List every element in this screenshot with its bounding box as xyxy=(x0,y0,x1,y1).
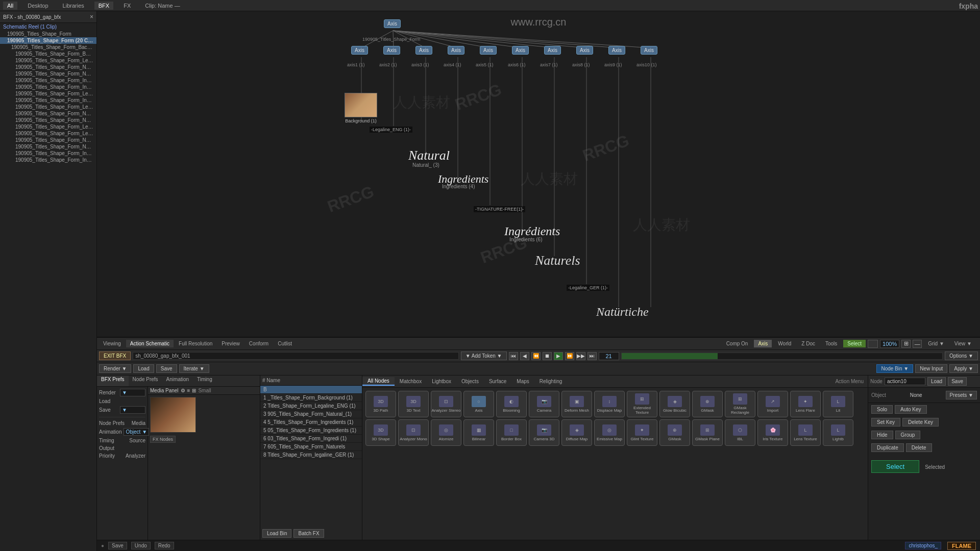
grid-btn[interactable]: Grid ▼ xyxy=(924,340,948,347)
bin-bilinear[interactable]: ▦ Bilinear xyxy=(463,419,494,446)
tree-item-10[interactable]: 190905_Titles_Shape_Form_Natur xyxy=(0,110,96,117)
render-button[interactable]: Render ▼ xyxy=(99,364,131,373)
axis-node-8[interactable]: Axis xyxy=(576,46,593,55)
player-next-frame[interactable]: ▶▶ xyxy=(576,352,585,360)
axis-node-10[interactable]: Axis xyxy=(641,46,657,55)
tree-item-9[interactable]: 190905_Titles_Shape_Form_Legali xyxy=(0,104,96,110)
bin-tab-maps[interactable]: Maps xyxy=(511,378,534,385)
save-button[interactable]: Save xyxy=(156,364,177,373)
view-square[interactable] xyxy=(868,340,878,348)
bin-deform-mesh[interactable]: ▣ Deform Mesh xyxy=(561,391,592,417)
load-button[interactable]: Load xyxy=(133,364,154,373)
player-prev[interactable]: ⏪ xyxy=(531,352,541,360)
bin-gmask-rectangle[interactable]: ⊞ GMask Rectangle xyxy=(725,391,755,417)
bin-analyzer-mono[interactable]: ⊡ Analyzer Mono xyxy=(398,419,429,446)
fr-load-btn[interactable]: Load xyxy=(927,377,946,386)
tab-action-schematic[interactable]: Action Schematic xyxy=(126,340,174,347)
tree-item-13[interactable]: 190905_Titles_Shape_Form_Legali xyxy=(0,130,96,137)
bin-import[interactable]: ↗ Import xyxy=(757,391,788,417)
delete-btn[interactable]: Delete xyxy=(906,443,932,452)
bin-tab-matchbox[interactable]: Matchbox xyxy=(395,378,427,385)
bin-ibl[interactable]: ⬡ IBL xyxy=(725,419,755,446)
iterate-button[interactable]: Iterate ▼ xyxy=(179,364,209,373)
node-list-item-5[interactable]: 5 05_Titles_Shape_Form_Ingredients (1) xyxy=(260,427,362,435)
node-list-item-7[interactable]: 7 605_Titles_Shape_Form_Naturels xyxy=(260,443,362,451)
tree-item-16[interactable]: 190905_Titles_Shape_Form_Inhalt xyxy=(0,150,96,157)
bin-lightb[interactable]: L Lightb xyxy=(823,419,853,446)
bin-lens-flare[interactable]: ✦ Lens Flare xyxy=(790,391,821,417)
save-status-btn[interactable]: Save xyxy=(108,542,127,549)
bin-blooming[interactable]: ◐ Blooming xyxy=(496,391,527,417)
node-canvas[interactable]: www.rrcg.cn xyxy=(97,11,980,337)
bin-gmask-2[interactable]: ⊕ GMask xyxy=(659,419,690,446)
player-skip-start[interactable]: ⏮ xyxy=(509,352,518,360)
player-next[interactable]: ⏩ xyxy=(565,352,574,360)
axis-node-3[interactable]: Axis xyxy=(415,46,432,55)
tree-item-14[interactable]: 190905_Titles_Shape_Form_Natric xyxy=(0,137,96,143)
tree-item-11[interactable]: 190905_Titles_Shape_Form_Natur xyxy=(0,117,96,123)
bin-3d-shape[interactable]: 3D 3D Shape xyxy=(365,419,396,446)
duplicate-btn[interactable]: Duplicate xyxy=(871,443,904,452)
player-stop[interactable]: ⏹ xyxy=(543,352,552,360)
z-doc-btn[interactable]: Z Doc xyxy=(797,340,819,347)
axis-btn[interactable]: Axis xyxy=(754,340,772,347)
tree-item-form[interactable]: 190905_Titles_Shape_Form xyxy=(0,31,96,37)
bin-extended-texture[interactable]: ⊞ Extended Texture xyxy=(627,391,657,417)
axis-node-5[interactable]: Axis xyxy=(480,46,497,55)
zoom-out-btn[interactable]: — xyxy=(913,340,922,348)
tab-bfx-prefs[interactable]: BFX Prefs xyxy=(97,375,129,386)
group-btn[interactable]: Group xyxy=(895,431,921,439)
node-list-item-4[interactable]: 4 5_Titles_Shape_Form_Ingredients (1) xyxy=(260,418,362,427)
media-panel-list-view[interactable]: ≡ xyxy=(187,388,190,393)
axis-node-7[interactable]: Axis xyxy=(544,46,561,55)
tab-cutlist[interactable]: Cutlist xyxy=(274,340,296,347)
sidebar-close-btn[interactable]: × xyxy=(90,13,93,20)
tab-full-resolution[interactable]: Full Resolution xyxy=(175,340,216,347)
axis-node-1[interactable]: Axis xyxy=(351,46,368,55)
add-token-button[interactable]: ▼ Add Token ▼ xyxy=(461,352,507,360)
tab-conform[interactable]: Conform xyxy=(245,340,273,347)
exit-bfx-button[interactable]: EXIT BFX xyxy=(99,352,131,360)
media-panel-icon[interactable]: ⚙ xyxy=(181,388,185,393)
bin-glint-texture[interactable]: ✦ Glint Texture xyxy=(627,419,657,446)
bin-3d-path[interactable]: 3D 3D Path xyxy=(365,391,396,417)
save-pref-value[interactable]: ▼ xyxy=(120,406,145,414)
tab-viewing[interactable]: Viewing xyxy=(99,340,125,347)
node-list-item-8[interactable]: 8 Titles_Shape_Form_legaline_GER (1) xyxy=(260,451,362,459)
tree-item-8[interactable]: 190905_Titles_Shape_Form_Ingredi xyxy=(0,97,96,104)
exit-path-input[interactable] xyxy=(133,352,458,360)
select-btn-top[interactable]: Select xyxy=(843,340,866,347)
bin-tab-relighting[interactable]: Relighting xyxy=(534,378,567,385)
node-bin-button[interactable]: Node Bin ▼ xyxy=(876,364,913,373)
tree-item-6[interactable]: 190905_Titles_Shape_Form_Ingredi xyxy=(0,84,96,90)
load-bin-btn[interactable]: Load Bin xyxy=(262,529,291,538)
tree-item-5[interactable]: 190905_Titles_Shape_Form_Ingredi xyxy=(0,77,96,84)
hide-btn[interactable]: Hide xyxy=(871,431,893,439)
bin-gmask[interactable]: ⊕ GMask xyxy=(692,391,723,417)
tab-all[interactable]: All xyxy=(3,2,17,10)
tab-bfx[interactable]: BFX xyxy=(94,2,113,10)
timecode-input[interactable] xyxy=(599,352,619,360)
undo-status-btn[interactable]: Undo xyxy=(131,542,151,549)
apply-button[interactable]: Apply ▼ xyxy=(949,364,978,373)
tab-libraries[interactable]: Libraries xyxy=(59,2,88,10)
bin-camera[interactable]: 📷 Camera xyxy=(529,391,559,417)
bin-camera-3d[interactable]: 📷 Camera 3D xyxy=(529,419,559,446)
new-input-button[interactable]: New Input xyxy=(915,364,947,373)
player-play[interactable]: ▶ xyxy=(554,352,563,360)
axis-top-node[interactable]: Axis xyxy=(384,19,401,28)
tree-item-1[interactable]: 190905_Titles_Shape_Form_Backgr xyxy=(0,51,96,57)
tree-item-7[interactable]: 190905_Titles_Shape_Form_Legali xyxy=(0,90,96,97)
tree-item-3[interactable]: 190905_Titles_Shape_Form_Natura xyxy=(0,64,96,70)
select-button[interactable]: Select xyxy=(871,460,919,473)
axis-node-2[interactable]: Axis xyxy=(383,46,400,55)
set-key-btn[interactable]: Set Key xyxy=(871,418,900,427)
node-list-item-b[interactable]: B xyxy=(260,386,362,394)
bin-lit[interactable]: L Lit xyxy=(823,391,853,417)
schematic-reel[interactable]: Schematic Reel (1 Clip) xyxy=(0,23,96,31)
node-list-item-6[interactable]: 6 03_Titles_Shape_Form_Ingredi (1) xyxy=(260,435,362,443)
bin-axis[interactable]: ○ Axis xyxy=(463,391,494,417)
player-prev-frame[interactable]: ◀ xyxy=(520,352,529,360)
options-button[interactable]: Options ▼ xyxy=(945,352,978,360)
batch-fx-btn[interactable]: Batch FX xyxy=(293,529,324,538)
